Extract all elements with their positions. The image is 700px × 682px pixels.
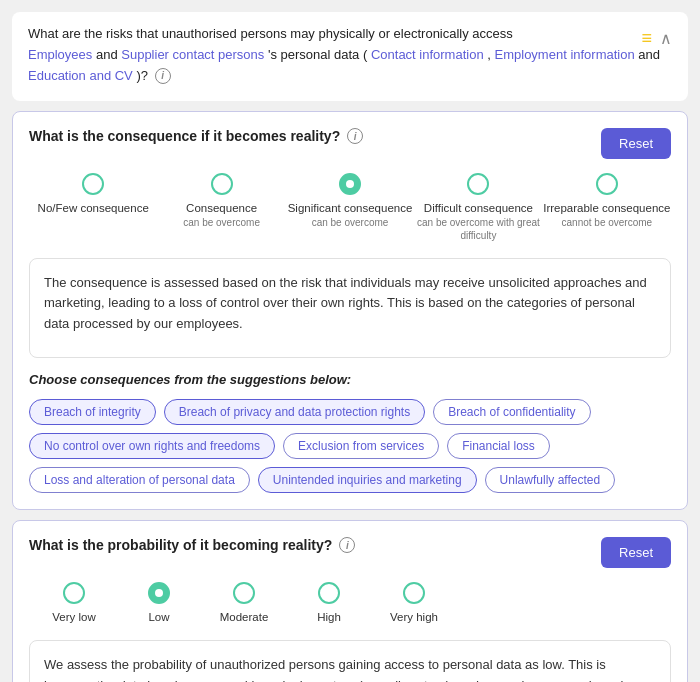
radio-label-very-low: Very low [52, 610, 95, 625]
radio-circle-no-few[interactable] [82, 173, 104, 195]
tag-exclusion[interactable]: Exclusion from services [283, 433, 439, 459]
header-personal: 's personal data ( [268, 47, 367, 62]
tag-unlawfully[interactable]: Unlawfully affected [485, 467, 616, 493]
radio-circle-high[interactable] [318, 582, 340, 604]
probability-reset-button[interactable]: Reset [601, 537, 671, 568]
probability-section: What is the probability of it becoming r… [12, 520, 688, 682]
radio-label-difficult: Difficult consequence [424, 201, 533, 216]
probability-description: We assess the probability of unauthorize… [29, 640, 671, 682]
radio-label-very-high: Very high [390, 610, 438, 625]
radio-label-irreparable: Irreparable consequence [543, 201, 670, 216]
consequence-section: What is the consequence if it becomes re… [12, 111, 688, 510]
suggestions-section: Choose consequences from the suggestions… [29, 372, 671, 493]
header-question: What are the risks that unauthorised per… [28, 26, 672, 41]
probability-info-icon[interactable]: i [339, 537, 355, 553]
radio-circle-very-low[interactable] [63, 582, 85, 604]
radio-circle-moderate[interactable] [233, 582, 255, 604]
consequence-info-icon[interactable]: i [347, 128, 363, 144]
radio-no-few[interactable]: No/Few consequence [29, 173, 157, 242]
tag-breach-confidentiality[interactable]: Breach of confidentiality [433, 399, 590, 425]
education-link[interactable]: Education and CV [28, 68, 133, 83]
radio-label-no-few: No/Few consequence [38, 201, 149, 216]
radio-label-high: High [317, 610, 341, 625]
header-actions: ≡ ∧ [641, 28, 672, 49]
tag-unintended[interactable]: Unintended inquiries and marketing [258, 467, 477, 493]
consequence-description: The consequence is assessed based on the… [29, 258, 671, 358]
probability-title: What is the probability of it becoming r… [29, 537, 355, 553]
radio-sublabel-irreparable: cannot be overcome [562, 216, 653, 229]
consequence-title: What is the consequence if it becomes re… [29, 128, 363, 144]
radio-sublabel-significant: can be overcome [312, 216, 389, 229]
radio-label-consequence: Consequence [186, 201, 257, 216]
consequence-radio-group: No/Few consequence Consequence can be ov… [29, 173, 671, 242]
tag-financial-loss[interactable]: Financial loss [447, 433, 550, 459]
tag-breach-integrity[interactable]: Breach of integrity [29, 399, 156, 425]
radio-sublabel-consequence: can be overcome [183, 216, 260, 229]
radio-irreparable[interactable]: Irreparable consequence cannot be overco… [543, 173, 671, 242]
radio-moderate[interactable]: Moderate [199, 582, 289, 625]
tag-breach-privacy[interactable]: Breach of privacy and data protection ri… [164, 399, 425, 425]
radio-circle-low[interactable] [148, 582, 170, 604]
suggestions-title: Choose consequences from the suggestions… [29, 372, 671, 387]
probability-header: What is the probability of it becoming r… [29, 537, 671, 568]
radio-low[interactable]: Low [119, 582, 199, 625]
radio-high[interactable]: High [289, 582, 369, 625]
radio-consequence[interactable]: Consequence can be overcome [157, 173, 285, 242]
radio-label-significant: Significant consequence [288, 201, 413, 216]
header-comma: , [487, 47, 494, 62]
header-info-icon[interactable]: i [155, 68, 171, 84]
radio-difficult[interactable]: Difficult consequence can be overcome wi… [414, 173, 542, 242]
tag-loss-alteration[interactable]: Loss and alteration of personal data [29, 467, 250, 493]
radio-circle-difficult[interactable] [467, 173, 489, 195]
radio-circle-consequence[interactable] [211, 173, 233, 195]
yellow-lines-icon[interactable]: ≡ [641, 28, 652, 49]
radio-significant[interactable]: Significant consequence can be overcome [286, 173, 414, 242]
radio-label-low: Low [148, 610, 169, 625]
radio-circle-very-high[interactable] [403, 582, 425, 604]
radio-circle-significant[interactable] [339, 173, 361, 195]
employment-link[interactable]: Employment information [495, 47, 635, 62]
tags-container: Breach of integrity Breach of privacy an… [29, 399, 671, 493]
chevron-up-icon[interactable]: ∧ [660, 29, 672, 48]
radio-very-high[interactable]: Very high [369, 582, 459, 625]
radio-very-low[interactable]: Very low [29, 582, 119, 625]
header-and1: and [96, 47, 121, 62]
header-close: )? [136, 68, 151, 83]
radio-sublabel-difficult: can be overcome with great difficulty [414, 216, 542, 242]
contact-link[interactable]: Contact information [371, 47, 484, 62]
header-section: What are the risks that unauthorised per… [12, 12, 688, 101]
header-links: Employees and Supplier contact persons '… [28, 45, 672, 87]
consequence-header: What is the consequence if it becomes re… [29, 128, 671, 159]
radio-label-moderate: Moderate [220, 610, 269, 625]
employees-link[interactable]: Employees [28, 47, 92, 62]
header-and2: and [638, 47, 660, 62]
tag-no-control[interactable]: No control over own rights and freedoms [29, 433, 275, 459]
radio-circle-irreparable[interactable] [596, 173, 618, 195]
supplier-link[interactable]: Supplier contact persons [121, 47, 264, 62]
consequence-reset-button[interactable]: Reset [601, 128, 671, 159]
probability-radio-group: Very low Low Moderate High Very high [29, 582, 671, 625]
